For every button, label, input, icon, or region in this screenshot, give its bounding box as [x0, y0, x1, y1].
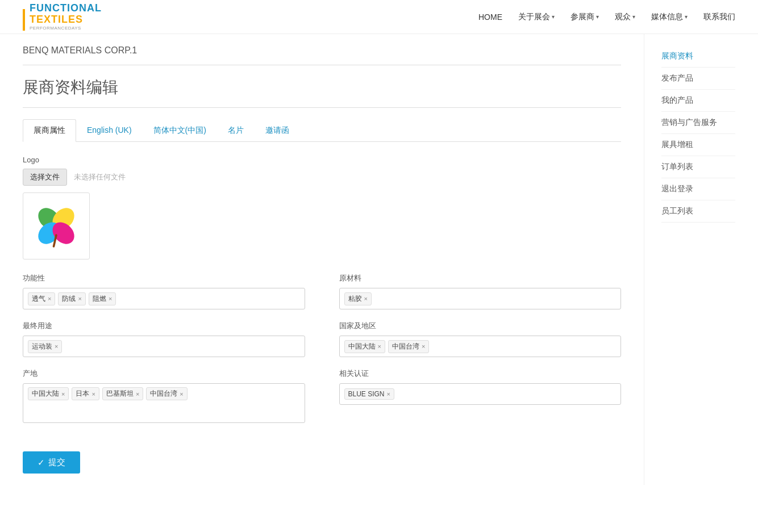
tab-simplified-chinese[interactable]: 简体中文(中国) — [143, 119, 217, 142]
functionality-input[interactable]: 透气 × 防绒 × 阻燃 × — [23, 288, 305, 309]
tag-china-mainland: 中国大陆 × — [344, 340, 385, 353]
remove-origin-china[interactable]: × — [61, 391, 65, 397]
raw-material-label: 原材料 — [339, 273, 622, 283]
country-region-input[interactable]: 中国大陆 × 中国台湾 × — [339, 336, 622, 357]
tabs: 展商属性 English (UK) 简体中文(中国) 名片 邀请函 — [23, 119, 621, 142]
remove-anti-down[interactable]: × — [78, 295, 81, 302]
country-region-label: 国家及地区 — [339, 321, 622, 331]
remove-flame-retardant[interactable]: × — [109, 295, 112, 302]
nav-exhibitors[interactable]: 参展商 ▾ — [570, 12, 599, 22]
company-name: BENQ MATERIALS CORP.1 — [23, 45, 621, 65]
form-grid: 功能性 透气 × 防绒 × 阻燃 × — [23, 273, 621, 423]
tab-invitation[interactable]: 邀请函 — [255, 119, 300, 142]
logo-preview — [23, 192, 90, 259]
logo-label: Logo — [23, 156, 621, 164]
tag-blue-sign: BLUE SIGN × — [344, 388, 394, 400]
remove-china-taiwan[interactable]: × — [422, 343, 425, 350]
tag-anti-down: 防绒 × — [58, 292, 85, 305]
page-title: 展商资料编辑 — [23, 77, 621, 108]
nav-contact[interactable]: 联系我们 — [703, 12, 735, 22]
tag-glue: 粘胶 × — [344, 292, 372, 305]
tab-exhibitor-attrs[interactable]: 展商属性 — [23, 119, 76, 142]
certification-input[interactable]: BLUE SIGN × — [339, 383, 622, 405]
nav-visitors[interactable]: 观众 ▾ — [615, 12, 635, 22]
raw-material-field: 原材料 粘胶 × — [339, 273, 622, 309]
submit-button[interactable]: ✓ 提交 — [23, 451, 80, 474]
end-use-label: 最终用途 — [23, 321, 305, 331]
tag-origin-taiwan: 中国台湾 × — [146, 387, 187, 400]
main-nav: HOME 关于展会 ▾ 参展商 ▾ 观众 ▾ 媒体信息 ▾ 联系我们 — [478, 12, 735, 22]
remove-breathable[interactable]: × — [48, 295, 51, 302]
tag-origin-china: 中国大陆 × — [28, 387, 69, 400]
tab-business-card[interactable]: 名片 — [217, 119, 255, 142]
tag-sportswear: 运动装 × — [28, 340, 62, 353]
remove-origin-pakistan[interactable]: × — [136, 391, 139, 397]
main-content: BENQ MATERIALS CORP.1 展商资料编辑 展商属性 Englis… — [23, 34, 644, 485]
tag-origin-japan: 日本 × — [72, 387, 99, 400]
logo[interactable]: FUNCTIONAL TEXTILES PERFORMANCEDAYS — [23, 3, 102, 31]
sidebar-item-order-list[interactable]: 订单列表 — [661, 156, 735, 178]
remove-china-mainland[interactable]: × — [378, 343, 381, 350]
nav-media[interactable]: 媒体信息 ▾ — [651, 12, 688, 22]
sidebar: 展商资料 发布产品 我的产品 营销与广告服务 展具增租 订单列表 退出登录 员工… — [644, 34, 735, 485]
end-use-field: 最终用途 运动装 × — [23, 321, 305, 357]
origin-label: 产地 — [23, 368, 305, 379]
tag-china-taiwan: 中国台湾 × — [388, 340, 429, 353]
chevron-down-icon: ▾ — [632, 14, 635, 20]
checkmark-icon: ✓ — [38, 458, 45, 468]
remove-glue[interactable]: × — [364, 295, 368, 302]
chevron-down-icon: ▾ — [552, 14, 555, 20]
submit-area: ✓ 提交 — [23, 440, 621, 474]
logo-bar-icon — [23, 9, 25, 31]
remove-origin-taiwan[interactable]: × — [180, 391, 183, 397]
sidebar-item-marketing[interactable]: 营销与广告服务 — [661, 112, 735, 134]
certification-label: 相关认证 — [339, 368, 622, 379]
choose-file-button[interactable]: 选择文件 — [23, 169, 67, 186]
sidebar-item-logout[interactable]: 退出登录 — [661, 178, 735, 200]
remove-sportswear[interactable]: × — [55, 343, 58, 350]
chevron-down-icon: ▾ — [596, 14, 599, 20]
tag-flame-retardant: 阻燃 × — [89, 292, 116, 305]
sidebar-item-my-products[interactable]: 我的产品 — [661, 90, 735, 112]
logo-text: FUNCTIONAL TEXTILES PERFORMANCEDAYS — [30, 3, 102, 31]
nav-home[interactable]: HOME — [478, 12, 502, 22]
remove-origin-japan[interactable]: × — [91, 391, 95, 397]
no-file-text: 未选择任何文件 — [74, 172, 126, 182]
raw-material-input[interactable]: 粘胶 × — [339, 288, 622, 309]
tag-breathable: 透气 × — [28, 292, 55, 305]
end-use-input[interactable]: 运动装 × — [23, 336, 305, 357]
page-body: BENQ MATERIALS CORP.1 展商资料编辑 展商属性 Englis… — [0, 34, 758, 485]
nav-about[interactable]: 关于展会 ▾ — [518, 12, 555, 22]
logo-section: Logo 选择文件 未选择任何文件 — [23, 156, 621, 259]
sidebar-item-booth-rental[interactable]: 展具增租 — [661, 134, 735, 156]
tab-english-uk[interactable]: English (UK) — [76, 119, 143, 142]
logo-image — [31, 200, 82, 252]
remove-blue-sign[interactable]: × — [387, 391, 390, 397]
logo-functional: FUNCTIONAL — [30, 3, 102, 14]
certification-field: 相关认证 BLUE SIGN × — [339, 368, 622, 423]
sidebar-item-staff-list[interactable]: 员工列表 — [661, 200, 735, 223]
functionality-field: 功能性 透气 × 防绒 × 阻燃 × — [23, 273, 305, 309]
header: FUNCTIONAL TEXTILES PERFORMANCEDAYS HOME… — [0, 0, 758, 34]
origin-field: 产地 中国大陆 × 日本 × 巴基斯坦 × 中国台湾 — [23, 368, 305, 423]
logo-performance: PERFORMANCEDAYS — [30, 26, 102, 31]
tag-origin-pakistan: 巴基斯坦 × — [102, 387, 143, 400]
logo-textiles: TEXTILES — [30, 14, 102, 26]
origin-input[interactable]: 中国大陆 × 日本 × 巴基斯坦 × 中国台湾 × — [23, 383, 305, 423]
file-row: 选择文件 未选择任何文件 — [23, 169, 621, 186]
functionality-label: 功能性 — [23, 273, 305, 283]
country-region-field: 国家及地区 中国大陆 × 中国台湾 × — [339, 321, 622, 357]
sidebar-item-publish-product[interactable]: 发布产品 — [661, 68, 735, 90]
chevron-down-icon: ▾ — [685, 14, 688, 20]
sidebar-item-exhibitor-info[interactable]: 展商资料 — [661, 45, 735, 68]
